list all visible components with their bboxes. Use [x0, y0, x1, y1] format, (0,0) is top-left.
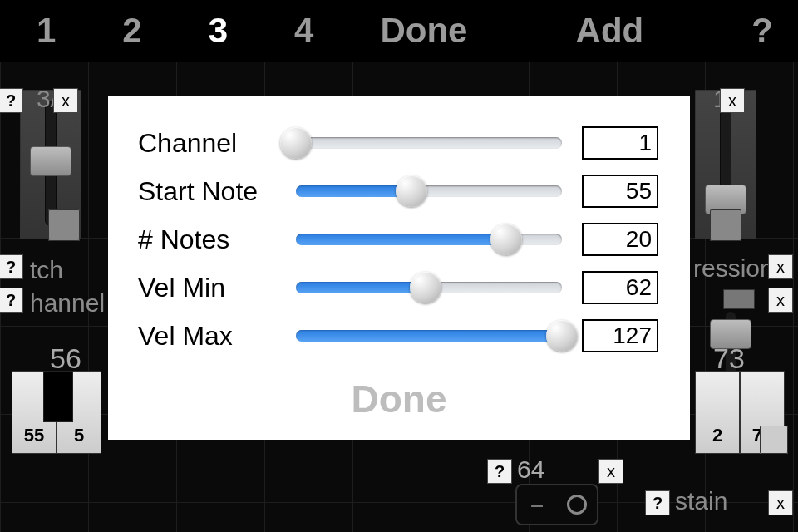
row-channel: Channel 1 [138, 119, 660, 167]
value-notes[interactable]: 20 [582, 223, 658, 256]
slider-startnote[interactable] [296, 167, 562, 215]
close-icon[interactable]: x [768, 254, 793, 279]
tab-2[interactable]: 2 [106, 11, 158, 51]
topbar: 1 2 3 4 Done Add ? [0, 0, 798, 62]
bg-pad-4 [760, 426, 788, 454]
sustain-toggle[interactable]: – [515, 484, 598, 525]
row-velmin: Vel Min 62 [138, 264, 660, 312]
bg-pad-1 [48, 209, 80, 241]
bg-label-sustain: stain [675, 487, 727, 515]
close-icon[interactable]: x [720, 88, 745, 113]
piano-key[interactable]: 2 [695, 371, 740, 454]
add-button[interactable]: Add [559, 11, 661, 51]
done-tab[interactable]: Done [363, 11, 484, 51]
piano-black-key[interactable] [43, 371, 73, 422]
piano-keys-left[interactable]: 55 5 [12, 371, 101, 454]
value-velmax[interactable]: 127 [582, 319, 658, 352]
bg-label-pitch: tch [30, 256, 63, 284]
bg-value-sustain-cc: 64 [517, 456, 544, 484]
value-channel[interactable]: 1 [582, 126, 658, 160]
label-velmax: Vel Max [138, 321, 296, 352]
close-icon[interactable]: x [598, 459, 623, 484]
label-channel: Channel [138, 128, 296, 159]
row-startnote: Start Note 55 [138, 167, 660, 215]
help-icon[interactable]: ? [0, 288, 23, 313]
vertical-fader-1[interactable] [22, 101, 80, 226]
help-icon[interactable]: ? [0, 254, 23, 279]
tab-3[interactable]: 3 [192, 11, 244, 51]
slider-channel[interactable] [296, 119, 562, 167]
bg-pad-2 [710, 209, 741, 241]
help-icon[interactable]: ? [487, 459, 512, 484]
value-velmin[interactable]: 62 [582, 271, 658, 304]
label-notes: # Notes [138, 224, 296, 255]
value-startnote[interactable]: 55 [582, 175, 658, 208]
slider-velmax[interactable] [296, 312, 562, 360]
settings-modal: Channel 1 Start Note 55 # Notes 20 Vel M… [108, 96, 690, 440]
help-icon[interactable]: ? [645, 490, 670, 515]
slider-notes[interactable] [296, 215, 562, 264]
tab-1[interactable]: 1 [20, 11, 72, 51]
help-button[interactable]: ? [735, 11, 790, 51]
row-velmax: Vel Max 127 [138, 312, 660, 360]
modal-done-button[interactable]: Done [138, 377, 660, 421]
label-startnote: Start Note [138, 176, 296, 207]
bg-pad-3 [723, 289, 755, 309]
tab-4[interactable]: 4 [278, 11, 330, 51]
close-icon[interactable]: x [768, 288, 793, 313]
help-icon[interactable]: ? [0, 88, 23, 113]
bg-label-channel: hannel [30, 289, 105, 318]
close-icon[interactable]: x [53, 88, 78, 113]
vertical-fader-2[interactable] [697, 101, 755, 226]
row-notes: # Notes 20 [138, 215, 660, 264]
close-icon[interactable]: x [768, 490, 793, 515]
slider-velmin[interactable] [296, 264, 562, 312]
label-velmin: Vel Min [138, 273, 296, 303]
bg-label-expression: ression [693, 254, 774, 283]
